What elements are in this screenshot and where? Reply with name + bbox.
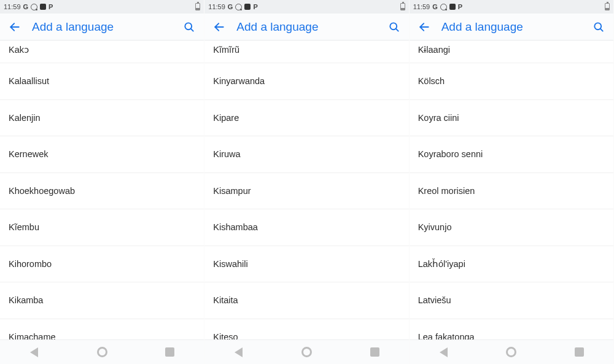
nav-back-button[interactable]: [431, 344, 456, 361]
search-icon: [183, 21, 195, 33]
nav-recent-button[interactable]: [158, 344, 182, 361]
status-bar: 11:59 G P: [204, 0, 408, 14]
square-icon: [244, 4, 251, 10]
list-item[interactable]: Khoekhoegowab: [0, 172, 204, 209]
status-bar: 11:59 G P: [0, 0, 204, 14]
list-item[interactable]: Kishambaa: [204, 209, 408, 246]
nav-bar: [0, 339, 204, 364]
battery-icon: [400, 3, 405, 10]
app-bar: Add a language: [0, 14, 204, 41]
list-item[interactable]: Kyivunjo: [410, 209, 613, 246]
battery-icon: [195, 3, 200, 10]
search-button[interactable]: [386, 18, 403, 36]
nav-bar: [410, 339, 613, 364]
list-item[interactable]: Kiteso: [204, 319, 408, 340]
nav-back-button[interactable]: [227, 344, 251, 361]
back-button[interactable]: [416, 18, 433, 36]
g-icon: G: [432, 3, 438, 10]
nav-recent-button[interactable]: [362, 344, 387, 361]
status-time: 11:59: [208, 3, 225, 10]
list-item[interactable]: Kĩmĩrũ: [204, 41, 408, 63]
nav-back-button[interactable]: [21, 344, 46, 361]
circle-home-icon: [301, 347, 312, 357]
list-item[interactable]: Kipare: [204, 99, 408, 136]
svg-line-5: [395, 28, 398, 31]
list-item[interactable]: Lea fakatonga: [410, 319, 613, 340]
triangle-back-icon: [235, 347, 243, 357]
triangle-back-icon: [440, 347, 448, 357]
list-item[interactable]: Lakȟól'iyapi: [410, 246, 613, 282]
p-icon: P: [253, 3, 257, 10]
svg-line-8: [600, 28, 603, 31]
circle-home-icon: [506, 347, 516, 357]
page-title: Add a language: [228, 20, 385, 34]
search-button[interactable]: [181, 18, 198, 36]
list-item[interactable]: Kisampur: [204, 172, 408, 209]
status-time: 11:59: [413, 3, 430, 10]
back-button[interactable]: [211, 18, 228, 36]
nav-bar: [204, 339, 408, 364]
list-item[interactable]: Kitaita: [204, 282, 408, 319]
arrow-left-icon: [9, 21, 21, 33]
app-bar: Add a language: [204, 14, 408, 41]
list-item[interactable]: Kimachame: [0, 319, 204, 340]
list-item[interactable]: Latviešu: [410, 282, 613, 319]
page-title: Add a language: [23, 20, 181, 34]
language-list: Kɨlaangi Kölsch Koyra ciini Koyraboro se…: [410, 41, 613, 339]
arrow-left-icon: [213, 21, 225, 33]
list-item[interactable]: Kreol morisien: [410, 172, 613, 209]
phone-panel-2: 11:59 G P Add a language Kɨlaangi Kölsch…: [410, 0, 614, 364]
list-item[interactable]: Kalenjin: [0, 99, 204, 136]
list-item[interactable]: Kihorombo: [0, 246, 204, 282]
list-item[interactable]: Kalaallisut: [0, 63, 204, 99]
list-item[interactable]: Kɨlaangi: [410, 41, 613, 63]
list-item[interactable]: Kikamba: [0, 282, 204, 319]
list-item[interactable]: Kakɔ: [0, 41, 204, 63]
square-recent-icon: [370, 347, 379, 357]
battery-icon: [605, 3, 610, 10]
circle-home-icon: [97, 347, 107, 357]
square-recent-icon: [165, 347, 174, 357]
ring-icon: [440, 4, 447, 10]
search-icon: [388, 21, 400, 33]
ring-icon: [235, 4, 242, 10]
nav-home-button[interactable]: [294, 344, 319, 361]
square-icon: [449, 4, 456, 10]
page-title: Add a language: [433, 20, 590, 34]
nav-home-button[interactable]: [499, 344, 524, 361]
p-icon: P: [49, 3, 53, 10]
arrow-left-icon: [418, 21, 430, 33]
list-item[interactable]: Kölsch: [410, 63, 613, 99]
list-item[interactable]: Kiruwa: [204, 136, 408, 172]
app-bar: Add a language: [410, 14, 613, 41]
search-icon: [593, 21, 605, 33]
square-recent-icon: [575, 347, 584, 357]
square-icon: [40, 4, 46, 10]
language-list: Kakɔ Kalaallisut Kalenjin Kernewek Khoek…: [0, 41, 204, 339]
search-button[interactable]: [590, 18, 607, 36]
list-item[interactable]: Kernewek: [0, 136, 204, 172]
list-item[interactable]: Kiswahili: [204, 246, 408, 282]
g-icon: G: [228, 3, 233, 10]
nav-recent-button[interactable]: [567, 344, 592, 361]
phone-panel-0: 11:59 G P Add a language Kakɔ Kalaallisu…: [0, 0, 204, 364]
list-item[interactable]: Koyra ciini: [410, 99, 613, 136]
g-icon: G: [23, 3, 29, 10]
status-time: 11:59: [4, 3, 21, 10]
triangle-back-icon: [30, 347, 38, 357]
status-bar: 11:59 G P: [410, 0, 613, 14]
language-list: Kĩmĩrũ Kinyarwanda Kipare Kiruwa Kisampu…: [204, 41, 408, 339]
svg-line-2: [191, 28, 193, 31]
back-button[interactable]: [6, 18, 23, 36]
phone-panel-1: 11:59 G P Add a language Kĩmĩrũ Kinyarwa…: [204, 0, 409, 364]
list-item[interactable]: Kĩembu: [0, 209, 204, 246]
nav-home-button[interactable]: [90, 344, 114, 361]
list-item[interactable]: Koyraboro senni: [410, 136, 613, 172]
p-icon: P: [458, 3, 462, 10]
list-item[interactable]: Kinyarwanda: [204, 63, 408, 99]
ring-icon: [31, 4, 37, 10]
